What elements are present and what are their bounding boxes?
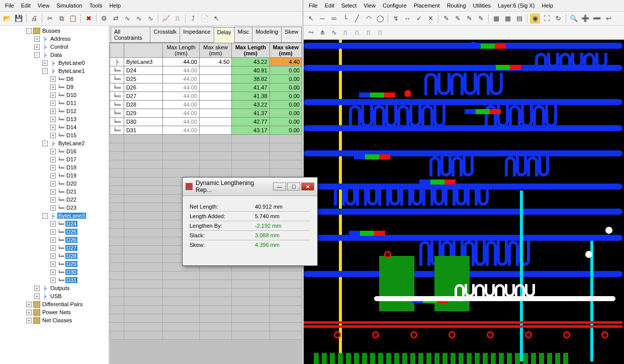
tree-node-D20[interactable]: + ╘═ D20 <box>0 179 109 188</box>
tree-node-powernets[interactable]: + Power Nets <box>0 308 109 316</box>
tree-node-diffpairs[interactable]: + Differential Pairs <box>0 300 109 308</box>
tree-node-D17[interactable]: + ╘═ D17 <box>0 155 109 163</box>
tree-node-D19[interactable]: + ╘═ D19 <box>0 171 109 179</box>
edit4-icon[interactable]: ✎ <box>476 14 486 24</box>
export-icon[interactable]: ⤴ <box>188 14 198 24</box>
tree-node-D14[interactable]: + ╘═ D14 <box>0 123 109 131</box>
menu-view[interactable]: View <box>35 2 53 10</box>
tree-expander[interactable]: + <box>50 269 56 275</box>
tab-all[interactable]: All Constraints <box>111 27 150 42</box>
rmenu-edit[interactable]: Edit <box>322 2 337 10</box>
tree-node-D10[interactable]: + ╘═ D10 <box>0 91 109 99</box>
dialog-titlebar[interactable]: Dynamic Lengthening Rep... — ☐ ✕ <box>183 177 317 196</box>
menu-simulation[interactable]: Simulation <box>53 2 85 10</box>
tree-node-D16[interactable]: + ╘═ D16 <box>0 147 109 155</box>
tree-expander[interactable]: + <box>50 109 56 114</box>
tree-node-D31[interactable]: + ╘═ D31 <box>0 276 109 284</box>
grid-row[interactable]: ╞ ByteLane3 44.00 4.50 43.22 4.40 <box>110 58 302 66</box>
grid-row[interactable]: ╘═ D31 44.00 43.17 0.00 <box>110 126 302 135</box>
fanout-icon[interactable]: ⋔ <box>317 28 327 38</box>
rmenu-layer[interactable]: Layer:6 (Sig X) <box>495 2 538 10</box>
wave3-icon[interactable]: ∿ <box>145 14 155 24</box>
grid-row[interactable]: ╘═ D27 44.00 41.38 0.00 <box>110 92 302 101</box>
tree-expander[interactable]: + <box>50 76 56 82</box>
tab-impedance[interactable]: Impedance <box>180 27 214 42</box>
tree-expander[interactable]: - <box>42 213 48 219</box>
tune5-icon[interactable]: ⎍ <box>375 28 385 38</box>
tree-node-D30[interactable]: + ╘═ D30 <box>0 268 109 276</box>
tree-expander[interactable]: + <box>34 286 40 291</box>
tree-expander[interactable]: + <box>50 93 56 98</box>
grid-row[interactable]: ╘═ D24 44.00 40.91 0.00 <box>110 66 302 75</box>
tree-node-D29[interactable]: + ╘═ D29 <box>0 260 109 268</box>
bus-icon[interactable]: ═ <box>329 14 339 24</box>
tree-node-D11[interactable]: + ╘═ D11 <box>0 99 109 107</box>
zoomlast-icon[interactable]: ↩ <box>603 14 613 24</box>
tree-expander[interactable]: + <box>50 84 56 90</box>
tab-delay[interactable]: Delay <box>214 27 235 43</box>
tree-expander[interactable]: + <box>50 245 56 251</box>
jog-icon[interactable]: ↯ <box>391 14 401 24</box>
arc-icon[interactable]: ◠ <box>364 14 374 24</box>
tab-modeling[interactable]: Modeling <box>252 27 282 42</box>
tree-expander[interactable]: + <box>50 181 56 187</box>
tree-expander[interactable]: + <box>50 101 56 106</box>
via-icon[interactable]: ◯ <box>375 14 385 24</box>
tree-expander[interactable]: + <box>26 302 32 307</box>
tree-expander[interactable]: + <box>42 60 48 66</box>
tree-node-D21[interactable]: + ╘═ D21 <box>0 188 109 196</box>
grid-row[interactable]: ╘═ D25 44.00 38.82 0.00 <box>110 75 302 83</box>
route-icon[interactable]: ⤳ <box>306 28 316 38</box>
tab-misc[interactable]: Misc <box>234 27 253 42</box>
tree-node-outputs[interactable]: + ╞ Outputs <box>0 284 109 292</box>
tree-node-netclasses[interactable]: + Net Classes <box>0 316 109 324</box>
tree-node-bl3[interactable]: - ╞ ByteLane3 <box>0 212 109 220</box>
menu-edit[interactable]: Edit <box>18 2 34 10</box>
tree-node-D13[interactable]: + ╘═ D13 <box>0 115 109 123</box>
tree-expander[interactable]: - <box>26 28 32 34</box>
pcb-canvas[interactable] <box>304 40 624 364</box>
tree-node-D9[interactable]: + ╘═ D9 <box>0 83 109 91</box>
slide-icon[interactable]: ↔ <box>402 14 412 24</box>
grid-row[interactable]: ╘═ D29 44.00 41.37 0.00 <box>110 109 302 118</box>
tree-expander[interactable]: + <box>50 221 56 227</box>
tree-expander[interactable]: + <box>50 165 56 170</box>
tree-node-D26[interactable]: + ╘═ D26 <box>0 236 109 244</box>
tree-node-D23[interactable]: + ╘═ D23 <box>0 204 109 212</box>
open-icon[interactable]: 📂 <box>2 14 12 24</box>
x-icon[interactable]: ✕ <box>425 14 435 24</box>
rmenu-select[interactable]: Select <box>338 2 360 10</box>
delete-icon[interactable]: ✖ <box>83 14 94 24</box>
tree-expander[interactable]: + <box>50 229 56 235</box>
paste-icon[interactable]: 📋 <box>68 14 78 24</box>
tree-expander[interactable]: + <box>50 117 56 122</box>
tree-node-D15[interactable]: + ╘═ D15 <box>0 131 109 139</box>
pulse-icon[interactable]: ⎍ <box>172 14 183 24</box>
tree-node-D27[interactable]: + ╘═ D27 <box>0 244 109 252</box>
menu-help[interactable]: Help <box>106 2 124 10</box>
tree-expander[interactable]: + <box>50 157 56 162</box>
tree-node-bl0[interactable]: + ╞ ByteLane0 <box>0 59 109 67</box>
grid-row[interactable]: ╘═ D30 44.00 42.77 0.00 <box>110 118 302 126</box>
wave2-icon[interactable]: ∿ <box>134 14 144 24</box>
tree-expander[interactable]: + <box>50 125 56 130</box>
orth-icon[interactable]: └ <box>340 14 350 24</box>
tree-node-D18[interactable]: + ╘═ D18 <box>0 163 109 171</box>
report-icon[interactable]: 📄 <box>200 14 210 24</box>
tree-node-bl1[interactable]: - ╞ ByteLane1 <box>0 67 109 75</box>
grid-row[interactable]: ╘═ D26 44.00 41.47 0.00 <box>110 83 302 92</box>
rmenu-configure[interactable]: Configure <box>380 2 410 10</box>
tune2-icon[interactable]: ⎍ <box>340 28 350 38</box>
probe-icon[interactable]: ↖ <box>211 14 221 24</box>
grp3-icon[interactable]: ▤ <box>514 14 524 24</box>
edit1-icon[interactable]: ✎ <box>441 14 451 24</box>
edit2-icon[interactable]: ✎ <box>453 14 463 24</box>
tree-node-D24[interactable]: + ╘═ D24 <box>0 220 109 228</box>
wave1-icon[interactable]: ∿ <box>122 14 132 24</box>
tree-node-D25[interactable]: + ╘═ D25 <box>0 228 109 236</box>
tree-expander[interactable]: + <box>34 44 40 50</box>
zoomin-icon[interactable]: ➕ <box>580 14 590 24</box>
tree-node-D8[interactable]: + ╘═ D8 <box>0 75 109 83</box>
grp1-icon[interactable]: ▦ <box>491 14 501 24</box>
tree-node-usb[interactable]: + ╞ USB <box>0 292 109 300</box>
